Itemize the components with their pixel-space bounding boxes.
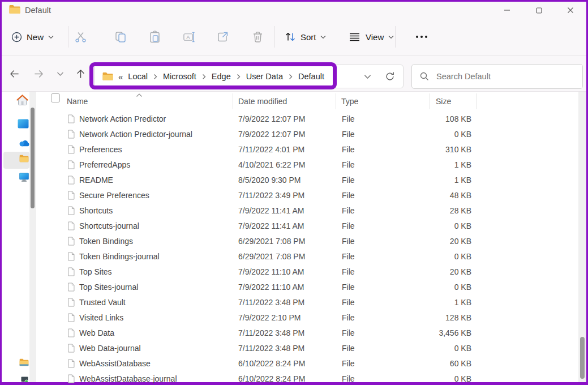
network-pc-icon[interactable]: [21, 377, 28, 382]
address-dropdown-chevron[interactable]: [364, 74, 371, 79]
table-row[interactable]: PreferredApps 4/10/2021 6:22 PM File 1 K…: [36, 157, 578, 172]
table-row[interactable]: Shortcuts 7/9/2022 11:41 AM File 28 KB: [36, 203, 578, 218]
file-icon: [67, 267, 75, 276]
file-name: Shortcuts: [79, 206, 113, 215]
sort-button[interactable]: Sort: [284, 19, 326, 55]
folder-icon[interactable]: [19, 155, 29, 162]
table-row[interactable]: Token Bindings 6/29/2021 7:08 PM File 20…: [36, 233, 578, 249]
file-type: File: [336, 176, 430, 185]
file-type: File: [336, 267, 430, 276]
chevron-right-icon[interactable]: [153, 74, 157, 80]
file-type: File: [336, 359, 430, 368]
file-explorer-window: Default New: [0, 0, 588, 385]
folder-icon[interactable]: [19, 358, 29, 366]
file-list: Name Date modified Type Size Network Act…: [36, 92, 578, 382]
file-name: Preferences: [79, 145, 122, 154]
column-header-name[interactable]: Name: [67, 93, 233, 109]
cut-icon[interactable]: [74, 31, 87, 44]
folder-icon: [102, 72, 113, 81]
file-date-modified: 7/9/2022 12:07 PM: [233, 114, 336, 123]
rename-icon[interactable]: A: [183, 31, 196, 44]
table-row[interactable]: Web Data-journal 7/11/2022 3:48 PM File …: [36, 340, 578, 356]
file-rows: Network Action Predictor 7/9/2022 12:07 …: [36, 111, 578, 385]
minimize-button[interactable]: [491, 2, 523, 19]
breadcrumb-item[interactable]: User Data: [246, 72, 283, 81]
table-row[interactable]: README 8/5/2020 9:30 PM File 1 KB: [36, 172, 578, 187]
table-row[interactable]: Web Data 7/11/2022 3:48 PM File 3,456 KB: [36, 325, 578, 340]
chevron-right-icon[interactable]: [202, 74, 206, 80]
file-date-modified: 7/9/2022 11:41 AM: [233, 221, 336, 230]
recent-locations-chevron[interactable]: [52, 55, 68, 92]
close-button[interactable]: [555, 2, 586, 19]
file-icon: [67, 145, 75, 154]
table-row[interactable]: Network Action Predictor-journal 7/9/202…: [36, 126, 578, 142]
command-bar: New A: [2, 19, 586, 55]
maximize-button[interactable]: [523, 2, 555, 19]
onedrive-icon[interactable]: [19, 140, 29, 147]
sidebar-scrollbar[interactable]: [29, 92, 36, 382]
file-name: Token Bindings-journal: [79, 252, 160, 261]
file-date-modified: 4/10/2021 6:22 PM: [233, 160, 336, 169]
back-button[interactable]: [6, 55, 22, 92]
table-row[interactable]: Trusted Vault 7/11/2022 3:48 PM File 1 K…: [36, 294, 578, 310]
breadcrumb-item[interactable]: Default: [298, 72, 324, 81]
more-options-button[interactable]: [416, 19, 427, 55]
search-placeholder: Search Default: [436, 72, 491, 81]
copy-icon[interactable]: [114, 31, 127, 44]
chevron-right-icon[interactable]: [289, 74, 293, 80]
breadcrumb-item[interactable]: Microsoft: [163, 72, 196, 81]
file-date-modified: 7/11/2022 3:48 PM: [233, 328, 336, 337]
paste-icon[interactable]: [148, 31, 161, 44]
file-type: File: [336, 328, 430, 337]
file-size: 0 KB: [430, 130, 477, 139]
new-button[interactable]: New: [11, 19, 54, 55]
column-header-type[interactable]: Type: [336, 93, 430, 109]
column-header-date-modified[interactable]: Date modified: [233, 93, 336, 109]
table-row[interactable]: Preferences 7/11/2022 4:01 PM File 310 K…: [36, 142, 578, 157]
file-type: File: [336, 313, 430, 322]
delete-icon[interactable]: [251, 31, 264, 44]
share-icon[interactable]: [216, 31, 229, 44]
table-row[interactable]: WebAssistDatabase-journal 6/10/2022 8:24…: [36, 371, 578, 385]
file-date-modified: 7/9/2022 11:41 AM: [233, 206, 336, 215]
breadcrumb-ellipsis[interactable]: «: [118, 72, 123, 82]
table-row[interactable]: Top Sites-journal 7/9/2022 11:10 AM File…: [36, 279, 578, 294]
file-size: 20 KB: [430, 267, 477, 276]
breadcrumb-item[interactable]: Local: [128, 72, 148, 81]
sidebar-scrollbar-thumb[interactable]: [31, 108, 35, 208]
up-button[interactable]: [72, 55, 88, 92]
address-bar[interactable]: « LocalMicrosoftEdgeUser DataDefault: [94, 65, 404, 88]
file-icon: [67, 344, 75, 353]
vertical-scrollbar-thumb[interactable]: [580, 337, 585, 379]
refresh-icon[interactable]: [385, 71, 395, 82]
view-button-label: View: [366, 32, 384, 42]
folder-icon: [9, 5, 20, 14]
view-button[interactable]: View: [348, 19, 394, 55]
chevron-right-icon[interactable]: [237, 74, 241, 80]
table-row[interactable]: WebAssistDatabase 6/10/2022 8:24 PM File…: [36, 356, 578, 371]
desktop-icon[interactable]: [18, 119, 29, 129]
table-row[interactable]: Visited Links 7/9/2022 2:10 PM File 128 …: [36, 310, 578, 325]
file-date-modified: 7/9/2022 12:07 PM: [233, 130, 336, 139]
file-date-modified: 7/11/2022 3:48 PM: [233, 344, 336, 353]
table-row[interactable]: Network Action Predictor 7/9/2022 12:07 …: [36, 111, 578, 126]
forward-button[interactable]: [31, 55, 46, 92]
column-header-size[interactable]: Size: [430, 93, 477, 109]
table-row[interactable]: Secure Preferences 7/11/2022 3:49 PM Fil…: [36, 187, 578, 203]
table-row[interactable]: Top Sites 7/9/2022 11:10 AM File 20 KB: [36, 264, 578, 279]
file-icon: [67, 114, 75, 123]
breadcrumb-item[interactable]: Edge: [212, 72, 231, 81]
file-date-modified: 6/29/2021 7:08 PM: [233, 252, 336, 261]
vertical-scrollbar[interactable]: [578, 92, 586, 382]
file-date-modified: 6/10/2022 8:24 PM: [233, 374, 336, 383]
home-icon[interactable]: [16, 95, 28, 106]
table-row[interactable]: Shortcuts-journal 7/9/2022 11:41 AM File…: [36, 218, 578, 233]
search-box[interactable]: Search Default: [411, 64, 583, 89]
select-all-checkbox[interactable]: [51, 93, 60, 102]
file-type: File: [336, 130, 430, 139]
sort-button-label: Sort: [301, 32, 316, 42]
table-row[interactable]: Token Bindings-journal 6/29/2021 7:08 PM…: [36, 249, 578, 264]
this-pc-icon[interactable]: [19, 173, 29, 182]
file-type: File: [336, 252, 430, 261]
file-size: 28 KB: [430, 206, 477, 215]
